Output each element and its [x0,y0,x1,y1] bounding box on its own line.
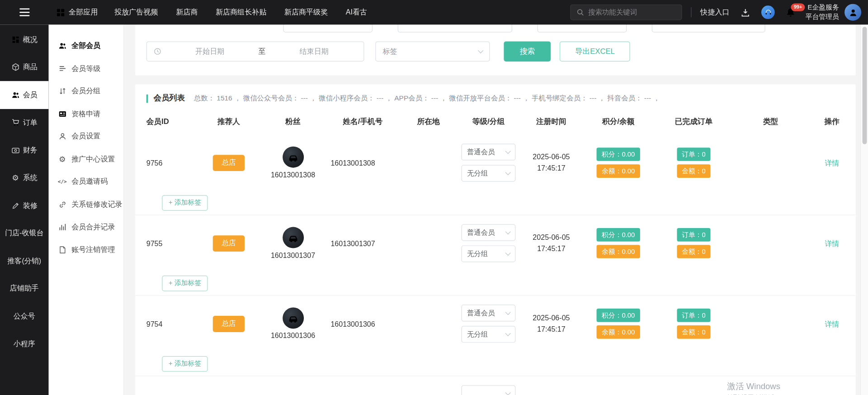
group-select[interactable]: 无分组 [462,245,516,262]
member-avatar[interactable] [283,308,304,329]
group-select[interactable]: 无分组 [462,326,516,343]
fans-cell: 16013001306 [261,308,325,340]
windows-activation-watermark: 激活 Windows 转到“设置”以激活 Windows。 [727,381,807,395]
account-role: 平台管理员 [806,12,839,22]
submenu-item-member-levels[interactable]: 会员等级 [48,57,123,80]
level-select[interactable]: 普通会员 [462,224,516,241]
group-select[interactable]: 无分组 [462,165,516,181]
orders-badge: 订单：0 [677,309,711,322]
members-icon [58,42,66,50]
account-name: E企盈服务 [806,3,839,12]
link-icon [58,200,66,208]
search-input[interactable] [588,9,669,16]
table-row: 9754 总店 16013001306 16013001306 普通会员 无分组… [135,296,856,376]
accent-bar [146,94,148,103]
submenu-item-relation-log[interactable]: 关系链修改记录 [48,193,123,216]
sidebar-item-orders[interactable]: 订单 [0,109,48,136]
car-icon [287,151,299,163]
app-window: 全部应用 投放广告视频 新店商 新店商组长补贴 新店商平级奖 AI看古 快捷入口… [0,0,868,395]
customer-service-icon[interactable] [761,5,775,19]
finance-icon [11,146,20,154]
sidebar-item-members[interactable]: 会员 [0,81,48,109]
account-info[interactable]: E企盈服务 平台管理员 [806,3,839,22]
date-range-input[interactable]: 开始日期 至 结束日期 [146,41,364,61]
clock-icon [154,48,161,55]
notification-bell-button[interactable]: 99+ [786,8,795,17]
vertical-scrollbar[interactable] [860,24,868,395]
gear-icon: ⚙ [11,174,20,182]
table-row: 9755 总店 16013001307 16013001307 普通会员 无分组… [135,215,856,296]
balance-badge: 余额：0.00 [597,245,640,258]
member-avatar[interactable] [283,227,304,248]
points-badge: 积分：0.00 [597,309,640,322]
level-select[interactable] [462,385,516,395]
sidebar-item-finance[interactable]: 财务 [0,136,48,164]
member-id: 9755 [146,239,197,247]
submenu-item-member-settings[interactable]: 会员设置 [48,125,123,148]
sidebar-item-overview[interactable]: 概况 [0,26,48,53]
sidebar-item-shop-assistant[interactable]: 店铺助手 [0,275,48,302]
search-icon [576,9,584,16]
nav-item-leader-subsidy[interactable]: 新店商组长补贴 [216,7,266,17]
sidebar-item-distribution[interactable]: 推客(分销) [0,247,48,275]
nav-item-peer-reward[interactable]: 新店商平级奖 [284,7,328,17]
add-tag-button[interactable]: + 添加标签 [162,356,208,371]
code-icon: </> [58,179,66,185]
tag-select[interactable]: 标签 [375,41,490,61]
hamburger-menu-button[interactable] [0,0,48,24]
scrollbar-thumb[interactable] [863,27,867,144]
sidebar-item-store-cashier[interactable]: 门店-收银台 [0,219,48,247]
avatar[interactable] [844,4,861,21]
start-date-placeholder: 开始日期 [167,47,253,57]
apps-grid-icon [57,8,65,17]
card-icon [58,110,66,118]
member-submenu: 全部会员 会员等级 会员分组 资格申请 会员设置 ⚙推广中心设置 </>会员邀请… [48,24,124,395]
sidebar-item-system[interactable]: ⚙系统 [0,164,48,192]
points-badge: 积分：0.00 [597,148,640,161]
all-apps-button[interactable]: 全部应用 [57,7,98,17]
list-title: 会员列表 [154,93,185,103]
tag-placeholder: 标签 [382,47,397,57]
nav-item-ads-video[interactable]: 投放广告视频 [114,7,158,17]
referrer-button[interactable]: 总店 [213,315,245,332]
referrer-button[interactable]: 总店 [213,235,245,252]
export-excel-button[interactable]: 导出EXCEL [560,41,630,61]
global-search-box[interactable] [570,5,682,20]
download-icon[interactable] [741,8,750,17]
submenu-item-member-groups[interactable]: 会员分组 [48,80,123,103]
level-select[interactable]: 普通会员 [462,305,516,321]
column-header: 会员ID [146,117,197,127]
column-header: 姓名/手机号 [325,117,401,127]
sidebar-item-decorate[interactable]: 装修 [0,192,48,219]
submenu-item-qualification[interactable]: 资格申请 [48,103,123,125]
sidebar-item-official-account[interactable]: 公众号 [0,302,48,330]
detail-link[interactable]: 详情 [825,158,839,167]
nav-item-ai[interactable]: AI看古 [346,7,367,17]
detail-link[interactable]: 详情 [825,239,839,247]
bar-chart-icon [58,223,66,231]
table-header-row: 会员ID 推荐人 粉丝 姓名/手机号 所在地 等级/分组 注册时间 积分/余额 … [135,109,856,135]
fans-cell: 16013001307 [261,227,325,260]
add-tag-button[interactable]: + 添加标签 [162,195,208,211]
quick-entry-link[interactable]: 快捷入口 [700,7,729,17]
submenu-item-merge-log[interactable]: 会员合并记录 [48,216,123,238]
level-select[interactable]: 普通会员 [462,144,516,161]
divider [691,7,691,17]
add-tag-button[interactable]: + 添加标签 [162,275,208,291]
submenu-item-account-cancel[interactable]: 账号注销管理 [48,238,123,261]
nav-item-new-shop[interactable]: 新店商 [176,7,198,17]
detail-link[interactable]: 详情 [825,319,839,328]
submenu-item-all-members[interactable]: 全部会员 [48,35,123,57]
search-button[interactable]: 搜索 [504,41,551,61]
fans-number: 16013001306 [271,332,315,340]
member-name-phone: 16013001306 [325,319,401,328]
amount-badge: 金额：0 [677,245,711,258]
sidebar-item-mini-program[interactable]: 小程序 [0,330,48,358]
member-avatar[interactable] [283,147,304,168]
sidebar-item-goods[interactable]: 商品 [0,53,48,81]
points-badge: 积分：0.00 [597,228,640,242]
submenu-item-invite-code[interactable]: </>会员邀请码 [48,171,123,193]
balance-badge: 余额：0.00 [597,164,640,178]
submenu-item-promotion-center[interactable]: ⚙推广中心设置 [48,148,123,171]
referrer-button[interactable]: 总店 [213,155,245,171]
